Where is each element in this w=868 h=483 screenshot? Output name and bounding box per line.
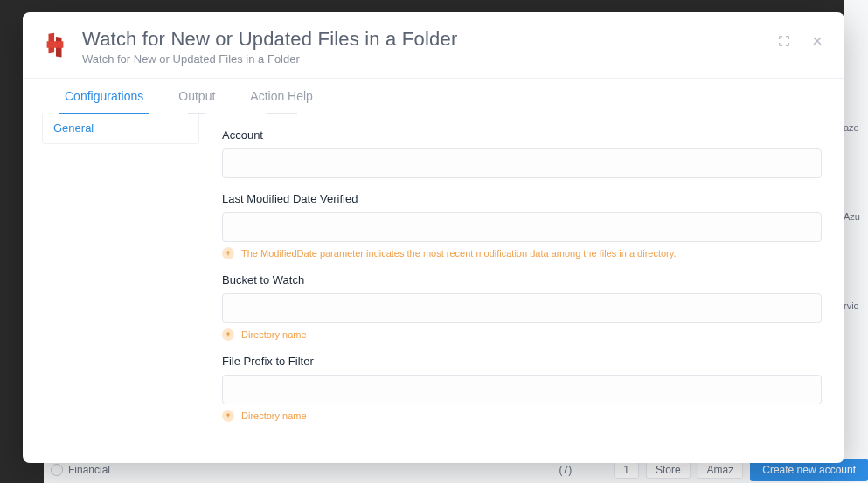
hint-last-modified: The ModifiedDate parameter indicates the… (222, 247, 822, 259)
bg-page: 1 (614, 461, 639, 479)
action-config-modal: Watch for New or Updated Files in a Fold… (23, 12, 844, 463)
modal-body: General Account Last Modified Date Verif… (23, 114, 844, 463)
svg-rect-8 (227, 417, 228, 418)
bulb-icon (222, 410, 234, 422)
expand-icon[interactable] (776, 33, 792, 49)
last-modified-input[interactable] (222, 212, 822, 242)
modal-title: Watch for New or Updated Files in a Fold… (82, 28, 776, 51)
bg-text: Azu (844, 211, 860, 222)
hint-text: The ModifiedDate parameter indicates the… (241, 248, 677, 259)
svg-point-3 (226, 251, 229, 253)
bg-chip-store: Store (646, 461, 691, 479)
bg-radio-financial: Financial (51, 464, 110, 476)
bg-text: rvic (844, 300, 858, 311)
hint-text: Directory name (241, 411, 307, 421)
tab-label: Configurations (65, 89, 143, 103)
modal-subtitle: Watch for New or Updated Files in a Fold… (82, 52, 776, 66)
sidebar-item-general[interactable]: General (43, 114, 198, 141)
config-form: Account Last Modified Date Verified The … (199, 114, 844, 463)
svg-rect-4 (227, 254, 228, 256)
field-label-prefix: File Prefix to Filter (222, 355, 822, 368)
close-icon[interactable] (809, 33, 825, 49)
field-prefix: File Prefix to Filter Directory name (222, 355, 822, 422)
field-bucket: Bucket to Watch Directory name (222, 273, 822, 341)
tab-configurations[interactable]: Configurations (65, 79, 143, 114)
hint-bucket: Directory name (222, 328, 822, 341)
app-logo-icon (42, 31, 68, 58)
field-account: Account (222, 128, 822, 178)
account-input[interactable] (222, 148, 822, 178)
sidebar: General (42, 114, 199, 144)
prefix-input[interactable] (222, 375, 822, 404)
svg-rect-2 (47, 41, 64, 48)
tab-action-help[interactable]: Action Help (250, 79, 313, 114)
svg-point-5 (226, 332, 229, 335)
svg-point-7 (226, 413, 229, 416)
tab-label: Action Help (250, 89, 313, 103)
field-label-bucket: Bucket to Watch (222, 273, 822, 286)
field-last-modified: Last Modified Date Verified The Modified… (222, 192, 822, 259)
field-label-last-modified: Last Modified Date Verified (222, 192, 822, 205)
bg-text: azo (844, 122, 859, 133)
svg-rect-6 (227, 335, 228, 337)
tab-output[interactable]: Output (178, 79, 215, 114)
bucket-input[interactable] (222, 293, 822, 323)
sidebar-item-label: General (53, 121, 94, 135)
tab-label: Output (178, 89, 215, 103)
bulb-icon (222, 247, 234, 259)
field-label-account: Account (222, 128, 822, 141)
modal-backdrop: azo Azu rvic Financial (7) 1 Store Amaz … (0, 0, 868, 483)
tab-bar: Configurations Output Action Help (23, 79, 844, 114)
hint-prefix: Directory name (222, 410, 822, 422)
bulb-icon (222, 328, 234, 341)
bg-chip-amaz: Amaz (698, 461, 744, 479)
modal-header: Watch for New or Updated Files in a Fold… (23, 12, 844, 79)
hint-text: Directory name (241, 329, 307, 340)
bg-count: (7) (559, 464, 573, 476)
